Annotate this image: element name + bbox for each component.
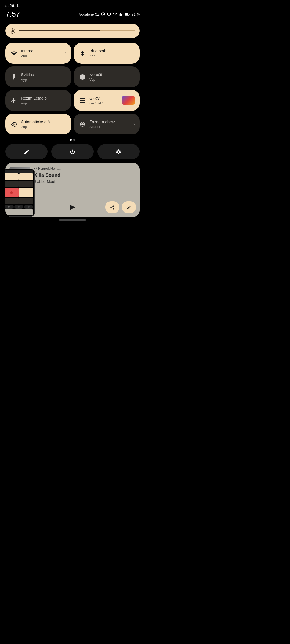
alarm-icon <box>101 12 105 16</box>
phone-tiles-mini <box>5 173 33 204</box>
track-artist: BlabberMouf <box>34 180 132 184</box>
phone-screenshot-overlay <box>5 169 35 217</box>
tile-dnd-sublabel: Vyp <box>89 78 102 82</box>
phone-tile-mini-6 <box>19 188 33 197</box>
phone-btn-mini-3 <box>24 205 33 209</box>
phone-btn-mini-1 <box>5 205 14 209</box>
tile-rotation-sublabel: Zap <box>21 125 54 129</box>
battery-icon <box>125 12 130 16</box>
bluetooth-icon <box>79 50 86 57</box>
settings-button[interactable] <box>97 144 140 159</box>
gpay-card <box>122 96 135 105</box>
brightness-fill <box>19 30 100 31</box>
time-row: 7:57 Vodafone CZ <box>5 10 140 19</box>
media-output-label: Reproduktor t… <box>34 167 132 170</box>
tile-flashlight-label: Svítilna <box>21 72 34 77</box>
tile-airplane-label: Režim Letadlo <box>21 96 47 101</box>
power-button[interactable] <box>51 144 93 159</box>
media-player[interactable]: BLABBERMOUF & SNEADR KILLA SOUND ♫ Repro… <box>5 163 140 217</box>
tile-screenrecord-label: Záznam obraz… <box>89 119 119 124</box>
svg-point-4 <box>81 123 84 125</box>
tile-gpay[interactable]: GPay •••• 5747 <box>74 90 140 111</box>
status-icons: Vodafone CZ 71 % <box>79 12 140 16</box>
svg-rect-1 <box>129 14 130 15</box>
tile-rotation-text: Automatické otá… Zap <box>21 119 54 129</box>
pencil-icon <box>24 148 30 155</box>
tile-bluetooth-label: Bluetooth <box>89 49 106 53</box>
svg-rect-2 <box>125 13 128 15</box>
time-display: 7:57 <box>5 10 20 19</box>
phone-tile-mini-2 <box>19 173 33 180</box>
dot-2 <box>73 139 75 141</box>
tile-screenrecord[interactable]: Záznam obraz… Spustit › <box>74 114 140 134</box>
tile-screenrecord-text: Záznam obraz… Spustit <box>89 119 119 129</box>
vibrate-icon <box>107 12 111 16</box>
brightness-track[interactable] <box>5 24 140 38</box>
screenrecord-arrow-icon: › <box>133 122 135 126</box>
tile-gpay-sublabel: •••• 5747 <box>89 101 103 105</box>
share-button[interactable] <box>105 201 119 213</box>
play-icon: ▶ <box>70 202 75 211</box>
media-overlay-buttons <box>105 201 136 213</box>
phone-media-mini <box>5 209 33 215</box>
tile-flashlight-sublabel: Vyp <box>21 78 34 82</box>
dot-1 <box>70 139 72 141</box>
phone-tile-mini-3 <box>5 181 19 187</box>
tile-bluetooth-sublabel: Zap <box>89 54 106 58</box>
tile-flashlight-text: Svítilna Vyp <box>21 72 34 82</box>
tile-airplane-sublabel: Vyp <box>21 101 47 105</box>
quick-tiles-grid: Internet ZnK › Bluetooth Zap Svítilna Vy… <box>0 41 145 137</box>
phone-btn-mini-2 <box>14 205 24 209</box>
phone-tile-mini-7 <box>5 198 19 204</box>
phone-tile-mini-8 <box>19 198 33 204</box>
media-info: Reproduktor t… Killa Sound BlabberMouf <box>31 167 135 184</box>
date-display: st 26. 1. <box>5 3 140 8</box>
pencil-edit-icon <box>126 204 131 210</box>
page-indicators <box>0 139 145 141</box>
output-text: Reproduktor t… <box>38 167 61 170</box>
tile-flashlight[interactable]: Svítilna Vyp <box>5 66 71 87</box>
tile-rotation-label: Automatické otá… <box>21 119 54 124</box>
tile-rotation[interactable]: Automatické otá… Zap <box>5 114 71 134</box>
play-button[interactable]: ▶ <box>67 201 78 213</box>
brightness-bar[interactable] <box>19 30 135 31</box>
tile-bluetooth[interactable]: Bluetooth Zap <box>74 43 140 64</box>
tile-airplane-text: Režim Letadlo Vyp <box>21 96 47 105</box>
gear-icon <box>115 148 121 155</box>
tile-internet[interactable]: Internet ZnK › <box>5 43 71 64</box>
phone-tile-mini-1 <box>5 173 19 180</box>
phone-tile-mini-4 <box>19 181 33 187</box>
edit-media-button[interactable] <box>122 201 136 213</box>
tile-airplane[interactable]: Režim Letadlo Vyp <box>5 90 71 111</box>
dnd-icon <box>79 73 86 80</box>
brightness-icon <box>10 28 16 34</box>
brightness-slider-container[interactable] <box>5 24 140 38</box>
tile-dnd[interactable]: Nerušit Vyp <box>74 66 140 87</box>
home-indicator[interactable] <box>59 219 86 221</box>
edit-tiles-button[interactable] <box>5 144 48 159</box>
tile-internet-text: Internet ZnK <box>21 49 35 58</box>
tile-dnd-text: Nerušit Vyp <box>89 72 102 82</box>
status-bar: st 26. 1. 7:57 Vodafone CZ <box>0 0 145 20</box>
tile-dnd-label: Nerušit <box>89 72 102 77</box>
record-icon <box>79 120 86 127</box>
internet-arrow-icon: › <box>65 51 66 56</box>
wifi-icon <box>10 50 18 57</box>
carrier-label: Vodafone CZ <box>79 12 99 16</box>
flashlight-icon <box>10 73 18 80</box>
tile-gpay-text: GPay •••• 5747 <box>89 96 103 105</box>
tile-screenrecord-sublabel: Spustit <box>89 125 119 129</box>
signal-icon <box>119 12 123 16</box>
share-icon <box>110 204 115 210</box>
track-title: Killa Sound <box>34 173 132 178</box>
speaker-icon <box>34 167 37 170</box>
tile-gpay-label: GPay <box>89 96 103 101</box>
phone-status-mini <box>5 170 33 173</box>
phone-inner <box>5 169 34 216</box>
rotate-icon <box>10 120 18 127</box>
tile-internet-sublabel: ZnK <box>21 54 35 58</box>
power-icon <box>70 148 75 155</box>
airplane-icon <box>10 97 18 104</box>
tile-bluetooth-text: Bluetooth Zap <box>89 49 106 58</box>
wifi-status-icon <box>113 12 117 16</box>
